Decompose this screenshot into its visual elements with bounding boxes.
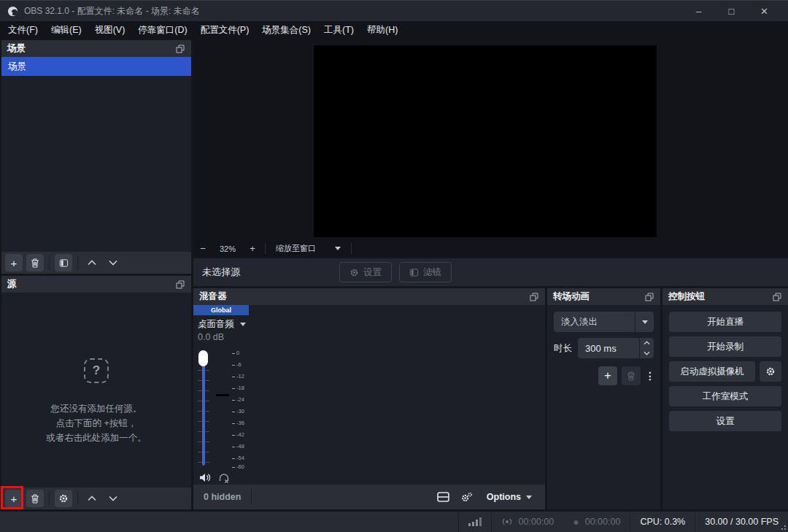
menu-edit[interactable]: 编辑(E) <box>45 21 88 39</box>
menu-help[interactable]: 帮助(H) <box>360 21 404 39</box>
scenes-dock: 场景 场景 + <box>1 40 191 274</box>
transition-menu-button[interactable]: ⋮ <box>645 366 655 385</box>
menu-profile[interactable]: 配置文件(P) <box>194 21 256 39</box>
maximize-button[interactable]: □ <box>715 1 748 21</box>
audio-source-dropdown[interactable]: 桌面音频 <box>193 315 250 331</box>
mute-speaker-icon[interactable] <box>199 473 211 483</box>
fps-indicator: 30.00 / 30.00 FPS <box>695 512 788 532</box>
menu-view[interactable]: 视图(V) <box>88 21 132 39</box>
menu-scene-collection[interactable]: 场景集合(S) <box>255 21 317 39</box>
zoom-divider <box>265 243 266 254</box>
start-recording-button[interactable]: 开始录制 <box>669 336 781 357</box>
stream-time-value: 00:00:00 <box>519 517 555 527</box>
scene-filters-button[interactable] <box>55 254 72 271</box>
filters-button[interactable]: 滤镜 <box>399 262 452 282</box>
transition-select-arrow[interactable] <box>635 312 654 332</box>
sources-title: 源 <box>7 278 17 290</box>
duration-row: 时长 300 ms <box>554 338 654 358</box>
footer-divider <box>251 489 252 505</box>
scenes-title: 场景 <box>7 42 26 55</box>
zoom-divider <box>351 243 352 254</box>
record-time: ● 00:00:00 <box>563 512 630 532</box>
source-properties-button[interactable] <box>55 490 72 507</box>
obs-window: OBS 32.1.0 - 配置文件: 未命名 - 场景: 未命名 – □ ✕ 文… <box>0 0 788 532</box>
scene-list-item[interactable]: 场景 <box>1 57 191 76</box>
chevron-down-icon <box>526 496 532 499</box>
properties-label: 设置 <box>363 266 382 279</box>
source-down-button[interactable] <box>104 490 122 507</box>
monitor-off-headphones-icon[interactable] <box>218 473 230 483</box>
program-canvas[interactable] <box>314 45 657 237</box>
menu-tools[interactable]: 工具(T) <box>317 21 360 39</box>
title-bar: OBS 32.1.0 - 配置文件: 未命名 - 场景: 未命名 – □ ✕ <box>0 0 788 21</box>
volume-slider-track[interactable] <box>202 359 205 466</box>
question-mark-icon: ? <box>84 358 109 383</box>
volume-db-label: 0.0 dB <box>193 331 250 342</box>
sources-popout-icon[interactable] <box>175 280 185 290</box>
studio-mode-button[interactable]: 工作室模式 <box>669 386 781 406</box>
preview-area[interactable]: − 32% + 缩放至窗口 <box>193 40 788 257</box>
scene-down-button[interactable] <box>104 254 122 271</box>
record-time-value: 00:00:00 <box>585 517 621 527</box>
empty-state-text: 点击下面的 +按钮， <box>56 416 137 431</box>
mixer-options-button[interactable]: Options <box>481 492 538 502</box>
minimize-button[interactable]: – <box>682 1 715 21</box>
toolbar-divider <box>77 491 78 506</box>
advanced-audio-gears-icon[interactable] <box>457 488 476 506</box>
mixer-header: 混音器 <box>193 288 545 305</box>
chevron-down-icon <box>642 320 648 324</box>
mixer-popout-icon[interactable] <box>529 292 539 302</box>
zoom-out-button[interactable]: − <box>193 241 212 256</box>
add-scene-button[interactable]: + <box>5 254 23 271</box>
volume-slider-handle[interactable] <box>198 350 208 366</box>
annotation-highlight-box <box>1 486 23 509</box>
mixer-footer: 0 hidden Options <box>193 485 545 509</box>
window-title: OBS 32.1.0 - 配置文件: 未命名 - 场景: 未命名 <box>24 5 682 18</box>
remove-scene-button[interactable] <box>26 254 44 271</box>
stream-time: 00:00:00 <box>492 512 564 532</box>
toolbar-divider <box>49 491 50 506</box>
preview-zoom-controls: − 32% + 缩放至窗口 <box>193 241 355 256</box>
remove-source-button[interactable] <box>26 490 44 507</box>
scenes-popout-icon[interactable] <box>175 44 185 54</box>
close-button[interactable]: ✕ <box>748 1 781 21</box>
sources-toolbar: + <box>1 487 191 509</box>
audio-strip-desktop: Global 桌面音频 0.0 dB 0 -6 -12 <box>193 305 250 484</box>
empty-state-text: 或者右击此处添加一个。 <box>46 431 147 445</box>
controls-dock: 控制按钮 开始直播 开始录制 启动虚拟摄像机 工作室模式 设置 <box>663 288 788 509</box>
meter-bar-left <box>216 350 222 467</box>
duration-down-button[interactable] <box>640 348 654 358</box>
controls-header: 控制按钮 <box>663 288 788 305</box>
network-signal-icon <box>459 512 491 532</box>
mixer-layout-toggle-icon[interactable] <box>434 488 453 506</box>
hidden-count-label: 0 hidden <box>193 492 251 502</box>
mixer-body: Global 桌面音频 0.0 dB 0 -6 -12 <box>193 305 545 509</box>
toolbar-divider <box>77 255 78 270</box>
menu-bar: 文件(F) 编辑(E) 视图(V) 停靠窗口(D) 配置文件(P) 场景集合(S… <box>0 21 788 39</box>
start-streaming-button[interactable]: 开始直播 <box>669 312 781 332</box>
virtual-camera-config-button[interactable] <box>760 361 781 382</box>
add-transition-button[interactable]: + <box>598 366 617 385</box>
resize-grip[interactable] <box>779 523 787 531</box>
zoom-mode-dropdown[interactable]: 缩放至窗口 <box>269 243 348 254</box>
controls-popout-icon[interactable] <box>772 292 782 302</box>
sources-list[interactable]: ? 您还没有添加任何源。 点击下面的 +按钮， 或者右击此处添加一个。 <box>1 293 191 487</box>
zoom-in-button[interactable]: + <box>243 241 262 256</box>
no-source-label: 未选择源 <box>202 266 240 279</box>
duration-up-button[interactable] <box>640 338 654 348</box>
duration-spinbox[interactable]: 300 ms <box>578 338 654 358</box>
transition-select[interactable]: 淡入淡出 <box>554 312 654 332</box>
source-up-button[interactable] <box>83 490 101 507</box>
properties-button[interactable]: 设置 <box>339 262 392 282</box>
zoom-level-label: 32% <box>212 244 243 253</box>
source-context-bar: 未选择源 设置 滤镜 <box>193 258 788 286</box>
remove-transition-button[interactable] <box>622 366 641 385</box>
sources-empty-state: ? 您还没有添加任何源。 点击下面的 +按钮， 或者右击此处添加一个。 <box>1 358 191 445</box>
menu-file[interactable]: 文件(F) <box>1 21 45 39</box>
mixer-dock: 混音器 Global 桌面音频 0.0 dB <box>193 288 545 509</box>
start-virtual-camera-button[interactable]: 启动虚拟摄像机 <box>669 361 755 382</box>
transitions-popout-icon[interactable] <box>644 292 654 302</box>
menu-docks[interactable]: 停靠窗口(D) <box>131 21 193 39</box>
scene-up-button[interactable] <box>83 254 101 271</box>
settings-button[interactable]: 设置 <box>669 411 781 431</box>
